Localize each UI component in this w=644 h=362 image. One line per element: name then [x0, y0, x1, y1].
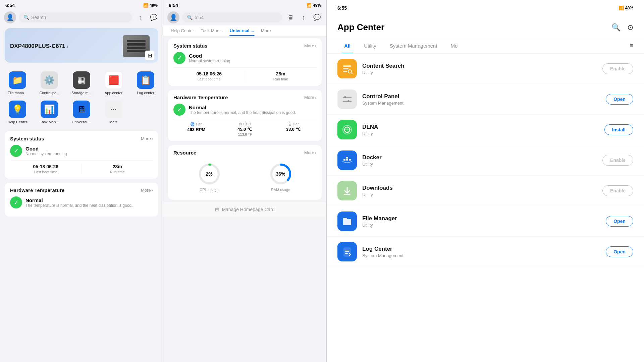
temp-sub-2: The temperature is normal, and the heat … — [189, 110, 296, 115]
search-input-1[interactable]: 🔍 Search — [19, 12, 132, 22]
icon-control-panel — [337, 89, 357, 109]
app-universal[interactable]: 🖥 Universal ... — [65, 97, 98, 126]
info-control-panel: Control Panel System Management — [362, 93, 600, 106]
fan-temp: 🌀 Fan 463 RPM — [173, 122, 219, 136]
app-center-header: App Center 🔍 ⊙ — [327, 12, 644, 38]
app-label-storage-manager: Storage m... — [71, 91, 92, 95]
app-app-center[interactable]: 🟥 App center — [98, 68, 130, 97]
svg-rect-5 — [343, 68, 348, 69]
search-icon-1: 🔍 — [23, 15, 29, 20]
temp-normal-1: Normal — [25, 197, 133, 203]
btn-file-manager[interactable]: Open — [606, 216, 633, 227]
app-label-control-panel: Control pa... — [39, 91, 59, 95]
btn-control-panel[interactable]: Open — [606, 94, 633, 105]
search-input-2[interactable]: 🔍 6:54 — [182, 12, 282, 22]
monitor-icon-2[interactable]: 🖥 — [285, 12, 296, 23]
hardware-temp-title-2: Hardware Temperature — [173, 95, 228, 100]
app-storage-manager[interactable]: ▦ Storage m... — [65, 68, 98, 97]
app-more[interactable]: ··· More — [98, 97, 130, 126]
hardware-temp-header-1: Hardware Temperature More › — [10, 187, 153, 193]
status-good-2: Good — [189, 53, 230, 59]
system-status-header-2: System status More › — [173, 43, 316, 49]
normal-row-2: ✓ Normal The temperature is normal, and … — [173, 104, 316, 116]
cpu-temp: 🖥 CPU 45.0 ℃ 113.0 °F — [222, 122, 268, 136]
app-icon-control-panel: ⚙️ — [41, 71, 58, 89]
app-task-manager[interactable]: 📊 Task Man... — [34, 97, 66, 126]
ram-circle: 36% — [269, 162, 292, 186]
header-icons: 🔍 ⊙ — [611, 23, 633, 32]
app-log-center[interactable]: 📋 Log center — [129, 68, 162, 97]
status-icons-1: 📶 49% — [143, 3, 158, 8]
search-bar-1: 👤 🔍 Search ↕ 💬 — [0, 9, 163, 25]
battery-2: 49% — [313, 3, 321, 8]
tab-help-center[interactable]: Help Center — [167, 25, 197, 36]
time-2: 6:54 — [169, 3, 178, 8]
ram-usage-item: 36% RAM usage — [269, 162, 292, 192]
tab-all[interactable]: All — [337, 38, 357, 53]
list-item-downloads: Downloads Utility Enable — [327, 176, 644, 206]
message-icon-1[interactable]: 💬 — [148, 12, 159, 23]
record-icon[interactable]: ⊙ — [627, 23, 633, 32]
sort-icon-1[interactable]: ↕ — [135, 12, 146, 23]
list-icon[interactable]: ≡ — [630, 42, 633, 49]
search-placeholder-2: 6:54 — [195, 15, 204, 20]
tab-utility[interactable]: Utility — [357, 38, 383, 53]
sort-icon-2[interactable]: ↕ — [298, 12, 309, 23]
hardware-temp-card-1: Hardware Temperature More › ✓ Normal The… — [5, 183, 158, 217]
search-icon-3[interactable]: 🔍 — [611, 23, 621, 32]
hardware-temp-more-2[interactable]: More › — [304, 95, 316, 100]
info-docker: Docker Utility — [362, 154, 597, 167]
list-item-dlna: DLNA Utility Install — [327, 115, 644, 145]
resource-card: Resource More › 2% CPU usage — [168, 145, 322, 200]
info-file-manager: File Manager Utility — [362, 215, 600, 228]
info-content-search: Content Search Utility — [362, 63, 597, 75]
btn-dlna[interactable]: Install — [604, 124, 633, 135]
tab-more-3[interactable]: Mo — [444, 38, 465, 53]
status-good-1: Good — [25, 146, 67, 152]
hardware-temp-more-1[interactable]: More › — [141, 188, 153, 193]
battery-1: 49% — [150, 3, 158, 8]
system-status-title-2: System status — [173, 43, 208, 49]
svg-rect-6 — [343, 71, 347, 72]
icon-file-manager — [337, 212, 357, 231]
hardware-temp-header-2: Hardware Temperature More › — [173, 95, 316, 100]
temp-normal-2: Normal — [189, 105, 296, 110]
list-item-log-center: Log Center System Management Open — [327, 237, 644, 267]
cpu-usage-label: CPU usage — [200, 188, 218, 192]
icon-dlna — [337, 120, 357, 139]
btn-log-center[interactable]: Open — [606, 246, 633, 257]
status-icons-2: 📶 49% — [307, 3, 321, 8]
app-control-panel[interactable]: ⚙️ Control pa... — [34, 68, 66, 97]
boot-time-2: 05-18 06:26 Last boot time — [173, 71, 245, 81]
cat-docker: Utility — [362, 162, 597, 167]
time-3: 6:55 — [337, 5, 347, 11]
cat-control-panel: System Management — [362, 101, 600, 106]
run-time-1: 28m Run time — [82, 164, 153, 174]
tab-universal[interactable]: Universal ... — [226, 25, 258, 36]
tab-system-management[interactable]: System Management — [383, 38, 444, 53]
name-dlna: DLNA — [362, 124, 599, 130]
status-row-1: ✓ Good Normal system running — [10, 145, 153, 157]
app-icon-app-center: 🟥 — [105, 71, 122, 89]
device-card[interactable]: DXP4800PLUS-C671 › ⊞ — [5, 28, 158, 63]
svg-rect-19 — [343, 159, 345, 161]
tab-more-2[interactable]: More — [258, 25, 274, 36]
system-status-more-1[interactable]: More › — [141, 136, 153, 141]
search-bar-2: 👤 🔍 6:54 🖥 ↕ 💬 — [163, 9, 326, 25]
btn-downloads[interactable]: Enable — [602, 185, 633, 196]
btn-docker[interactable]: Enable — [602, 155, 633, 166]
system-status-more-2[interactable]: More › — [304, 43, 316, 48]
app-help-center[interactable]: 💡 Help Center — [1, 97, 34, 126]
hardware-temp-title-1: Hardware Temperature — [10, 187, 64, 193]
status-icons-3: 📶 48% — [619, 6, 633, 10]
manage-homepage-card[interactable]: ⊞ Manage Homepage Card — [163, 202, 326, 217]
app-label-task-manager: Task Man... — [40, 120, 59, 124]
resource-more[interactable]: More › — [304, 150, 316, 155]
tab-task-manager[interactable]: Task Man... — [197, 25, 226, 36]
icon-content-search — [337, 59, 357, 78]
status-bar-3: 6:55 📶 48% — [327, 0, 644, 12]
btn-content-search[interactable]: Enable — [602, 63, 633, 74]
app-file-manager[interactable]: 📁 File mana... — [1, 68, 34, 97]
icon-docker — [337, 150, 357, 170]
message-icon-2[interactable]: 💬 — [312, 12, 322, 23]
